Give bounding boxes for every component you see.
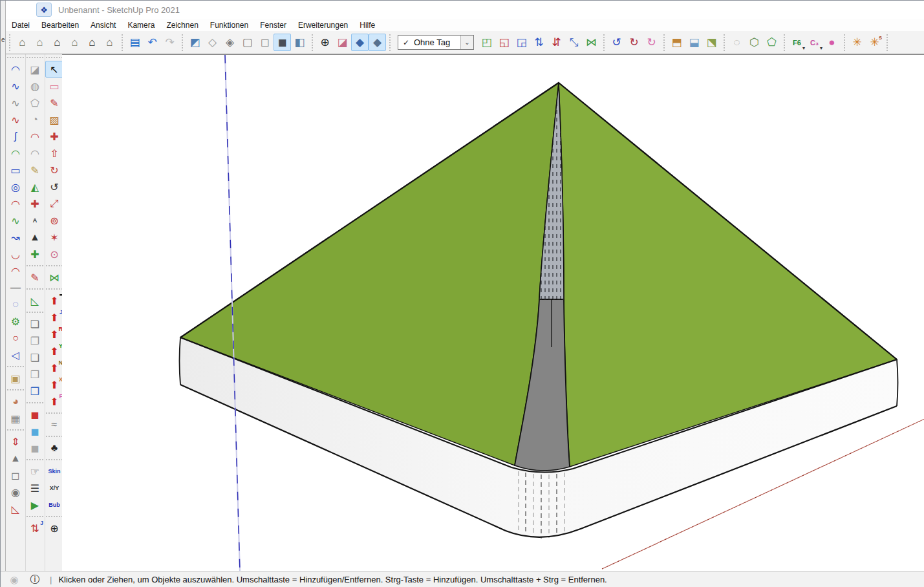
- hint-circle-icon[interactable]: ◉: [7, 573, 21, 587]
- freehand-tool[interactable]: ✎: [26, 162, 44, 178]
- eraser-slash-tool[interactable]: ◺: [6, 500, 25, 517]
- info-icon[interactable]: ⓘ: [28, 573, 42, 587]
- paint-bucket-tool[interactable]: ▨: [45, 111, 63, 128]
- protractor-tool[interactable]: ◭: [26, 178, 44, 195]
- boxes-blue-tool[interactable]: ❒: [26, 383, 44, 400]
- fix-solid-icon[interactable]: ✳s: [866, 34, 883, 51]
- eraser-tool[interactable]: ▭: [45, 78, 63, 94]
- pie-sector-tool[interactable]: ◁: [6, 347, 25, 363]
- solid-subtract-icon[interactable]: ⬔: [703, 34, 720, 51]
- palette-grip[interactable]: [46, 286, 63, 292]
- cube-gray-tool[interactable]: ◼: [26, 440, 44, 456]
- palette-grip[interactable]: [27, 55, 43, 60]
- move-tool[interactable]: ✚: [45, 128, 63, 145]
- pushpull-equal-tool[interactable]: ⬆=: [45, 292, 63, 309]
- scale-axes-tool[interactable]: ✶: [45, 229, 63, 246]
- component-arrow-tool[interactable]: ▶: [26, 496, 44, 513]
- move-vertices-tool[interactable]: ⇅J: [26, 520, 44, 537]
- grow-selection-icon[interactable]: ⇅: [530, 34, 548, 51]
- line-tool[interactable]: —: [6, 279, 25, 296]
- smooth-rock-icon[interactable]: ⬠: [763, 34, 780, 51]
- dome-texture-tool[interactable]: ◕: [6, 393, 25, 410]
- skin-tool[interactable]: Skin: [45, 463, 63, 480]
- position-camera-icon[interactable]: ◪: [334, 34, 351, 51]
- model-canvas[interactable]: [62, 55, 924, 571]
- fix-problems-icon[interactable]: ✳: [848, 34, 866, 51]
- toolbar-grip[interactable]: [722, 34, 726, 51]
- menu-item-hilfe[interactable]: Hilfe: [354, 19, 381, 31]
- bub-tool[interactable]: Bub: [45, 496, 63, 513]
- grid-tool[interactable]: ▦: [6, 410, 25, 427]
- text-label-tool[interactable]: A: [26, 212, 44, 229]
- palette-grip[interactable]: [7, 364, 24, 369]
- boxes-wire-tool[interactable]: ❐: [26, 332, 44, 349]
- chevron-down-icon[interactable]: ⌄: [460, 36, 473, 49]
- toolbar-grip[interactable]: [782, 34, 786, 51]
- select-edge-icon[interactable]: ◲: [513, 34, 530, 51]
- menu-item-bearbeiten[interactable]: Bearbeiten: [36, 19, 85, 31]
- style-shaded-icon[interactable]: ◼: [274, 34, 291, 51]
- vegetation-tool[interactable]: ♣: [45, 440, 63, 456]
- curvizard-c3-icon-dropdown-arrow[interactable]: ▾: [820, 45, 822, 51]
- subdivide-icon[interactable]: ⬡: [746, 34, 763, 51]
- arc-handles-tool[interactable]: ◠: [6, 145, 25, 162]
- rotate-timed-icon[interactable]: ↻: [643, 34, 660, 51]
- solid-intersect-icon[interactable]: ⬓: [685, 34, 703, 51]
- quarter-arc-tool[interactable]: ◠: [6, 262, 25, 279]
- ellipse-tool[interactable]: ○: [6, 330, 25, 347]
- spiral-tool[interactable]: ◎: [6, 178, 25, 195]
- style-monochrome-icon[interactable]: ◧: [291, 34, 308, 51]
- selection-toys-icon[interactable]: ◰: [478, 34, 495, 51]
- pushpull-y-tool[interactable]: ⬆Y: [45, 343, 63, 359]
- style-hiddenline-icon[interactable]: ◻: [256, 34, 274, 51]
- angle-protractor-tool[interactable]: ◺: [26, 292, 44, 309]
- menu-item-datei[interactable]: Datei: [6, 19, 36, 31]
- palette-grip[interactable]: [7, 387, 24, 392]
- pencil-arrow-tool[interactable]: ✎: [26, 269, 44, 286]
- scale-tool[interactable]: ⤢: [45, 195, 63, 212]
- toolbar-grip[interactable]: [885, 34, 889, 51]
- axes-colored-tool[interactable]: ✚: [26, 246, 44, 262]
- palette-grip[interactable]: [46, 263, 63, 268]
- bezier-curve-tool[interactable]: ◠: [6, 61, 25, 78]
- rectangle-tool[interactable]: ◪: [26, 61, 44, 78]
- vertex-polyline-tool[interactable]: ∿: [6, 212, 25, 229]
- boxes-stack-tool[interactable]: ❏: [26, 315, 44, 332]
- polyline-tool[interactable]: ∿: [6, 78, 25, 94]
- fredoscale-f6-icon-dropdown-arrow[interactable]: ▾: [802, 45, 805, 51]
- half-arc-tool[interactable]: ◡: [6, 246, 25, 262]
- panel-list-tool[interactable]: ☰: [26, 480, 44, 496]
- mirror-tool[interactable]: ⋈: [45, 269, 63, 286]
- circle-tool[interactable]: ◍: [26, 78, 44, 94]
- undo-icon[interactable]: ↶: [144, 34, 161, 51]
- toolbar-grip[interactable]: [662, 34, 666, 51]
- mesh-updown-tool[interactable]: ⇕: [6, 433, 25, 450]
- xy-tool[interactable]: X/Y: [45, 480, 63, 496]
- rotate-tool[interactable]: ↻: [45, 162, 63, 178]
- axes-crosshair-icon[interactable]: ⊕: [316, 34, 334, 51]
- arc-3pt-tool[interactable]: ◠: [26, 145, 44, 162]
- shrink-selection-icon[interactable]: ⇵: [548, 34, 565, 51]
- polygon-tool[interactable]: ⬠: [26, 94, 44, 111]
- catmull-curve-tool[interactable]: ∿: [6, 111, 25, 128]
- arc-2pt-tool[interactable]: ◠: [26, 128, 44, 145]
- palette-grip[interactable]: [27, 310, 43, 315]
- cube-red-tool[interactable]: ◼: [26, 406, 44, 423]
- toolbar-grip[interactable]: [180, 34, 184, 51]
- menu-item-ansicht[interactable]: Ansicht: [85, 19, 122, 31]
- look-around-icon[interactable]: ◆: [351, 34, 369, 51]
- squiggle-tool[interactable]: ↝: [6, 229, 25, 246]
- home-view-icon[interactable]: ⌂: [48, 34, 66, 51]
- pencil-tool[interactable]: ✎: [45, 94, 63, 111]
- pushpull-n-tool[interactable]: ⬆N: [45, 359, 63, 376]
- style-textured-icon[interactable]: ◩: [186, 34, 204, 51]
- cubic-curve-tool[interactable]: ʃ: [6, 128, 25, 145]
- zoom-window-tool[interactable]: ⊙: [45, 246, 63, 262]
- pushpull-f-tool[interactable]: ⬆F: [45, 393, 63, 410]
- palette-grip[interactable]: [27, 457, 43, 462]
- palette-grip[interactable]: [7, 427, 24, 432]
- front-view-icon[interactable]: ⌂: [83, 34, 101, 51]
- style-backedges-icon[interactable]: ◈: [221, 34, 239, 51]
- offset-tool[interactable]: ⊚: [45, 212, 63, 229]
- cube-blue-tool[interactable]: ◼: [26, 423, 44, 440]
